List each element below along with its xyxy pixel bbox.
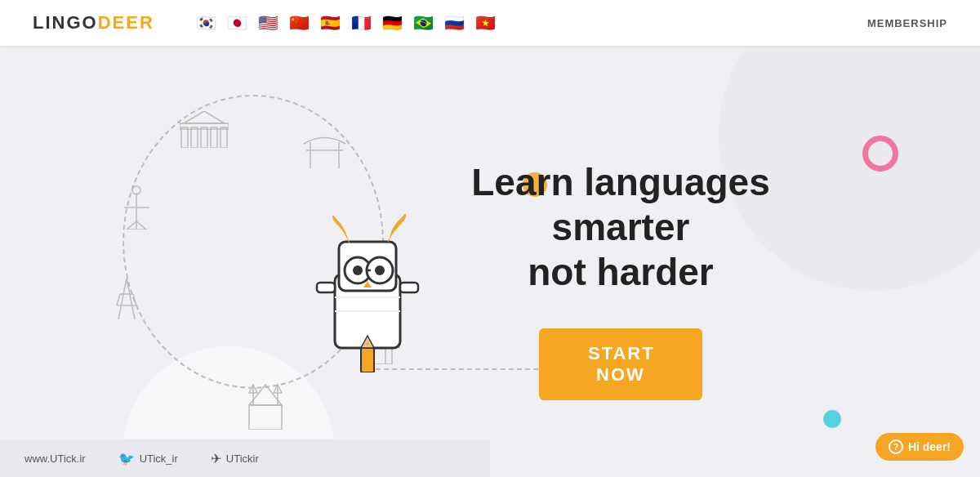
torii-gate-icon	[302, 127, 347, 172]
website-link[interactable]: www.UTick.ir	[24, 452, 86, 465]
svg-rect-20	[249, 405, 282, 430]
start-now-button[interactable]: START NOW	[539, 328, 702, 400]
membership-link[interactable]: MEMBERSHIP	[867, 17, 947, 29]
svg-line-4	[117, 294, 120, 305]
svg-rect-8	[191, 127, 198, 148]
hi-deer-icon: ?	[889, 439, 903, 454]
svg-marker-12	[184, 111, 225, 123]
svg-rect-9	[211, 127, 217, 148]
flag-japanese[interactable]: 🇯🇵	[226, 11, 249, 34]
flag-portuguese[interactable]: 🇧🇷	[412, 11, 435, 34]
flag-chinese[interactable]: 🇨🇳	[288, 11, 311, 34]
hero-content: Learn languages smarter not harder START…	[400, 160, 841, 400]
svg-rect-10	[201, 127, 207, 148]
svg-rect-39	[361, 348, 374, 372]
flag-russian[interactable]: 🇷🇺	[443, 11, 466, 34]
brandenburg-gate-icon	[180, 111, 229, 151]
landmarks-area	[98, 78, 408, 438]
svg-rect-6	[181, 127, 188, 148]
flag-vietnamese[interactable]: 🇻🇳	[474, 11, 497, 34]
hi-deer-label: Hi deer!	[908, 440, 951, 453]
dot-teal-decoration	[823, 410, 841, 428]
flag-french[interactable]: 🇫🇷	[350, 11, 373, 34]
svg-rect-42	[317, 283, 335, 292]
bottom-bar: www.UTick.ir 🐦 UTick_ir ✈ UTickir	[0, 439, 490, 477]
language-flags: 🇰🇷🇯🇵🇺🇸🇨🇳🇪🇸🇫🇷🇩🇪🇧🇷🇷🇺🇻🇳	[195, 11, 851, 34]
svg-point-34	[353, 265, 363, 275]
telegram-icon: ✈	[211, 451, 221, 466]
svg-point-35	[375, 265, 385, 275]
svg-marker-21	[249, 385, 282, 405]
flag-german[interactable]: 🇩🇪	[381, 11, 404, 34]
flag-korean[interactable]: 🇰🇷	[195, 11, 218, 34]
logo[interactable]: LINGODEER	[33, 12, 154, 33]
svg-rect-11	[180, 123, 229, 129]
eiffel-tower-icon	[114, 274, 139, 323]
logo-deer: DEER	[98, 12, 154, 33]
navbar: LINGODEER 🇰🇷🇯🇵🇺🇸🇨🇳🇪🇸🇫🇷🇩🇪🇧🇷🇷🇺🇻🇳 MEMBERSHI…	[0, 0, 980, 46]
svg-line-0	[118, 279, 127, 319]
hero-title-line2: not harder	[528, 251, 713, 293]
svg-line-5	[133, 294, 136, 305]
flag-spanish[interactable]: 🇪🇸	[319, 11, 342, 34]
hi-deer-chat-bubble[interactable]: ? Hi deer!	[875, 433, 964, 461]
svg-rect-7	[220, 127, 227, 148]
logo-lingo: LINGO	[33, 12, 98, 33]
hero-title: Learn languages smarter not harder	[400, 160, 841, 296]
hero-title-line1: Learn languages smarter	[471, 161, 770, 248]
sagrada-familia-icon	[245, 381, 286, 433]
telegram-link[interactable]: ✈ UTickir	[211, 451, 259, 466]
hero-section: Learn languages smarter not harder START…	[0, 46, 980, 477]
ring-pink-decoration	[862, 136, 898, 172]
telegram-handle: UTickir	[226, 452, 259, 465]
twitter-link[interactable]: 🐦 UTick_ir	[118, 451, 178, 466]
twitter-handle: UTick_ir	[140, 452, 178, 465]
flag-english[interactable]: 🇺🇸	[257, 11, 280, 34]
christ-redeemer-icon	[122, 185, 151, 233]
twitter-icon: 🐦	[118, 451, 135, 466]
svg-line-1	[127, 279, 135, 319]
